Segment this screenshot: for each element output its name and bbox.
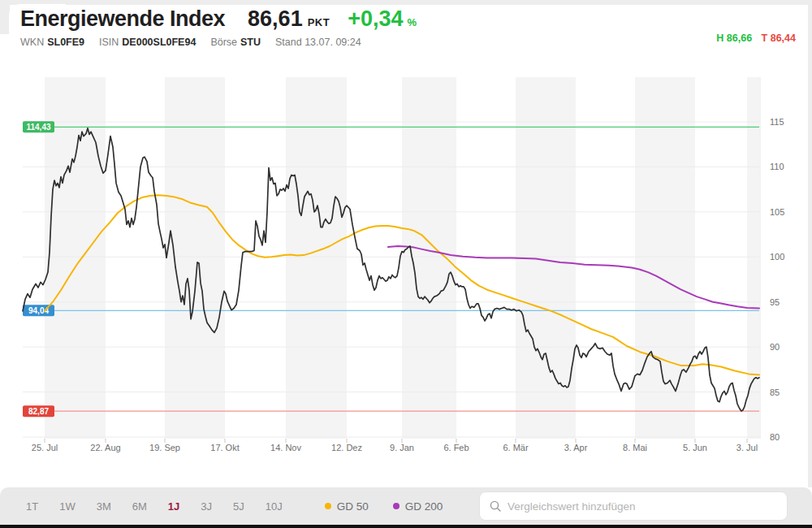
x-axis-label: 22. Aug xyxy=(90,443,120,452)
page-edge-top xyxy=(0,0,812,5)
legend-dot xyxy=(325,503,331,509)
x-axis-label: 5. Jun xyxy=(683,443,707,452)
compare-search[interactable] xyxy=(479,491,788,521)
x-axis-label: 9. Jan xyxy=(390,443,414,452)
x-axis-label: 3. Apr xyxy=(564,443,588,452)
compare-search-input[interactable] xyxy=(508,500,777,513)
exchange: BörseSTU xyxy=(210,37,261,48)
quote-unit: PKT xyxy=(308,16,330,28)
month-stripe xyxy=(747,77,759,439)
month-stripe xyxy=(402,77,456,439)
day-high: H 86,66 xyxy=(716,32,752,44)
range-button-3m[interactable]: 3M xyxy=(97,500,111,513)
y-axis-label: 110 xyxy=(770,162,784,171)
chart-legend: GD 50GD 200 xyxy=(325,500,443,513)
y-axis-label: 90 xyxy=(770,342,780,352)
range-button-5j[interactable]: 5J xyxy=(233,500,244,513)
legend-label: GD 50 xyxy=(337,500,369,513)
quote-timestamp: Stand 13.07. 09:24 xyxy=(275,37,361,48)
quote-header: Energiewende Index 86,61 PKT +0,34 % WKN… xyxy=(20,6,796,63)
range-button-1j[interactable]: 1J xyxy=(168,500,179,513)
y-axis-label: 105 xyxy=(770,207,784,217)
x-axis-label: 17. Okt xyxy=(210,443,239,452)
quote-value: 86,61 xyxy=(248,6,303,32)
quote-change: +0,34 xyxy=(348,6,403,32)
month-stripe xyxy=(286,77,347,439)
range-button-10j[interactable]: 10J xyxy=(266,500,283,513)
x-axis-label: 6. Mär xyxy=(503,443,529,452)
day-high-low: H 86,66 T 86,44 xyxy=(716,32,796,44)
x-axis-label: 6. Feb xyxy=(443,443,469,452)
x-axis-label: 8. Mai xyxy=(623,443,647,452)
day-low: T 86,44 xyxy=(762,32,796,44)
period-low-badge-label: 82,87 xyxy=(28,407,49,416)
range-buttons: 1T1W3M6M1J3J5J10J xyxy=(0,500,283,513)
range-button-3j[interactable]: 3J xyxy=(201,500,212,513)
search-icon xyxy=(490,500,501,512)
isin: ISINDE000SL0FE94 xyxy=(99,37,196,48)
chart-toolbar: 1T1W3M6M1J3J5J10J GD 50GD 200 xyxy=(0,487,812,525)
x-axis-label: 12. Dez xyxy=(331,443,362,452)
legend-item-gd200[interactable]: GD 200 xyxy=(393,500,443,513)
legend-item-gd50[interactable]: GD 50 xyxy=(325,500,369,513)
price-chart: 1151101051009590858025. Jul22. Aug19. Se… xyxy=(0,69,812,487)
y-axis-label: 100 xyxy=(770,252,784,262)
period-high-badge-label: 114,43 xyxy=(26,123,50,132)
x-axis-label: 3. Jul xyxy=(736,443,758,452)
range-button-1w[interactable]: 1W xyxy=(59,500,76,513)
y-axis-label: 85 xyxy=(770,387,780,397)
quote-page: Energiewende Index 86,61 PKT +0,34 % WKN… xyxy=(0,0,812,528)
x-axis-label: 14. Nov xyxy=(270,443,301,452)
wkn: WKNSL0FE9 xyxy=(20,37,84,48)
quote-change-unit: % xyxy=(407,16,417,28)
x-axis-label: 25. Jul xyxy=(32,443,58,452)
chart-area[interactable]: 1151101051009590858025. Jul22. Aug19. Se… xyxy=(0,69,812,487)
y-axis-label: 80 xyxy=(770,432,780,442)
page-title: Energiewende Index xyxy=(20,6,225,32)
legend-label: GD 200 xyxy=(405,500,443,513)
legend-dot xyxy=(393,503,400,509)
y-axis-label: 95 xyxy=(770,297,780,307)
window-bottom-edge xyxy=(0,525,812,528)
y-axis-label: 115 xyxy=(770,117,784,127)
range-button-6m[interactable]: 6M xyxy=(132,500,147,513)
x-axis-label: 19. Sep xyxy=(149,443,180,452)
range-button-1t[interactable]: 1T xyxy=(26,500,38,513)
